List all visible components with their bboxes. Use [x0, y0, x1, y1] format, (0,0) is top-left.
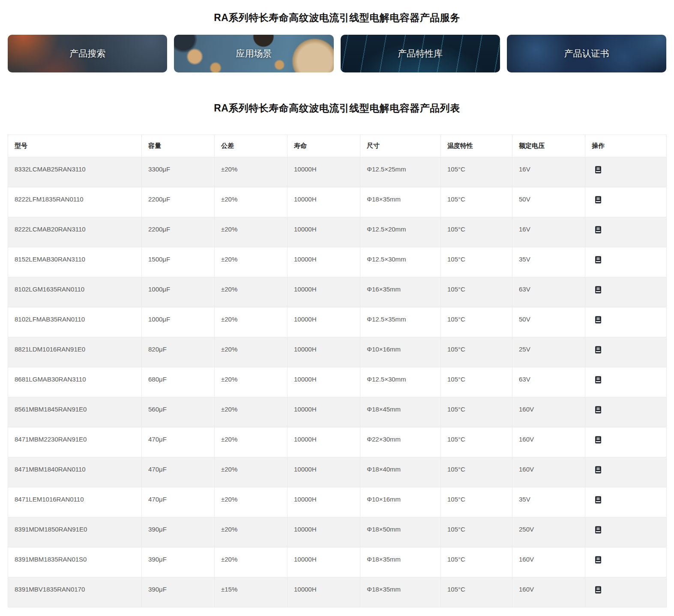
- cell-tolerance: ±20%: [215, 187, 288, 217]
- view-doc-button[interactable]: [594, 406, 602, 414]
- cell-lifetime: 10000H: [288, 397, 360, 427]
- cell-lifetime: 10000H: [288, 337, 360, 367]
- view-doc-button[interactable]: [594, 466, 602, 474]
- cell-tolerance: ±20%: [215, 457, 288, 487]
- cell-capacity: 2200μF: [142, 217, 215, 247]
- book-icon: [594, 225, 602, 234]
- table-row: 8102LGM1635RAN01101000μF±20%10000HΦ16×35…: [8, 277, 667, 307]
- cell-tolerance: ±20%: [215, 157, 288, 187]
- cell-temperature: 105°C: [441, 337, 512, 367]
- cell-tolerance: ±15%: [215, 577, 288, 607]
- banner-product-search-label: 产品搜索: [69, 48, 105, 60]
- table-row: 8152LEMAB30RAN31101500μF±20%10000HΦ12.5×…: [8, 247, 667, 277]
- banner-product-features-library[interactable]: 产品特性库: [341, 35, 500, 72]
- cell-capacity: 390μF: [142, 577, 215, 607]
- cell-capacity: 470μF: [142, 427, 215, 457]
- cell-lifetime: 10000H: [288, 517, 360, 547]
- cell-temperature: 105°C: [441, 187, 512, 217]
- cell-model: 8102LFMAB35RAN0110: [8, 307, 142, 337]
- cell-action: [585, 187, 667, 217]
- product-table: 型号容量公差寿命尺寸温度特性额定电压操作 8332LCMAB25RAN31103…: [8, 135, 667, 607]
- view-doc-button[interactable]: [594, 316, 602, 324]
- cell-lifetime: 10000H: [288, 217, 360, 247]
- table-row: 8391MBM1835RAN01S0390μF±20%10000HΦ18×35m…: [8, 547, 667, 577]
- cell-tolerance: ±20%: [215, 217, 288, 247]
- cell-size: Φ18×35mm: [360, 187, 441, 217]
- cell-tolerance: ±20%: [215, 517, 288, 547]
- cell-action: [585, 427, 667, 457]
- view-doc-button[interactable]: [594, 376, 602, 384]
- cell-capacity: 1500μF: [142, 247, 215, 277]
- page-container: RA系列特长寿命高纹波电流引线型电解电容器产品服务 产品搜索 应用场景 产品特性…: [0, 0, 674, 609]
- cell-temperature: 105°C: [441, 517, 512, 547]
- cell-capacity: 680μF: [142, 367, 215, 397]
- cell-temperature: 105°C: [441, 367, 512, 397]
- cell-tolerance: ±20%: [215, 427, 288, 457]
- cell-model: 8561MBM1845RAN91E0: [8, 397, 142, 427]
- cell-model: 8152LEMAB30RAN3110: [8, 247, 142, 277]
- cell-tolerance: ±20%: [215, 247, 288, 277]
- table-row: 8471MBM1840RAN0110470μF±20%10000HΦ18×40m…: [8, 457, 667, 487]
- table-row: 8391MDM1850RAN91E0390μF±20%10000HΦ18×50m…: [8, 517, 667, 547]
- cell-voltage: 35V: [512, 247, 585, 277]
- cell-lifetime: 10000H: [288, 307, 360, 337]
- cell-action: [585, 457, 667, 487]
- banner-application-scenarios[interactable]: 应用场景: [174, 35, 333, 72]
- cell-size: Φ16×35mm: [360, 277, 441, 307]
- cell-action: [585, 247, 667, 277]
- table-row: 8332LCMAB25RAN31103300μF±20%10000HΦ12.5×…: [8, 157, 667, 187]
- cell-size: Φ10×16mm: [360, 487, 441, 517]
- banner-product-certificates[interactable]: 产品认证书: [507, 35, 666, 72]
- view-doc-button[interactable]: [594, 285, 602, 294]
- cell-capacity: 2200μF: [142, 187, 215, 217]
- book-icon: [594, 346, 602, 354]
- table-row: 8471MBM2230RAN91E0470μF±20%10000HΦ22×30m…: [8, 427, 667, 457]
- cell-lifetime: 10000H: [288, 187, 360, 217]
- cell-lifetime: 10000H: [288, 367, 360, 397]
- cell-size: Φ22×30mm: [360, 427, 441, 457]
- column-header-temperature: 温度特性: [441, 135, 512, 157]
- view-doc-button[interactable]: [594, 195, 602, 204]
- book-icon: [594, 165, 602, 174]
- cell-temperature: 105°C: [441, 247, 512, 277]
- cell-action: [585, 397, 667, 427]
- view-doc-button[interactable]: [594, 165, 602, 174]
- view-doc-button[interactable]: [594, 586, 602, 594]
- view-doc-button[interactable]: [594, 225, 602, 234]
- book-icon: [594, 496, 602, 504]
- cell-action: [585, 577, 667, 607]
- banner-row: 产品搜索 应用场景 产品特性库 产品认证书: [8, 35, 666, 72]
- view-doc-button[interactable]: [594, 255, 602, 264]
- banner-product-features-library-label: 产品特性库: [398, 48, 443, 60]
- cell-action: [585, 517, 667, 547]
- table-row: 8471LEM1016RAN0110470μF±20%10000HΦ10×16m…: [8, 487, 667, 517]
- cell-model: 8391MBV1835RAN0170: [8, 577, 142, 607]
- cell-lifetime: 10000H: [288, 247, 360, 277]
- cell-model: 8821LDM1016RAN91E0: [8, 337, 142, 367]
- column-header-size: 尺寸: [360, 135, 441, 157]
- view-doc-button[interactable]: [594, 526, 602, 534]
- banner-product-search[interactable]: 产品搜索: [8, 35, 167, 72]
- table-row: 8222LFM1835RAN01102200μF±20%10000HΦ18×35…: [8, 187, 667, 217]
- cell-capacity: 470μF: [142, 457, 215, 487]
- view-doc-button[interactable]: [594, 436, 602, 444]
- cell-size: Φ12.5×25mm: [360, 157, 441, 187]
- book-icon: [594, 316, 602, 324]
- cell-temperature: 105°C: [441, 487, 512, 517]
- column-header-tolerance: 公差: [215, 135, 288, 157]
- cell-capacity: 390μF: [142, 547, 215, 577]
- view-doc-button[interactable]: [594, 496, 602, 504]
- cell-action: [585, 547, 667, 577]
- view-doc-button[interactable]: [594, 556, 602, 564]
- cell-temperature: 105°C: [441, 217, 512, 247]
- cell-voltage: 35V: [512, 487, 585, 517]
- cell-capacity: 560μF: [142, 397, 215, 427]
- cell-temperature: 105°C: [441, 157, 512, 187]
- book-icon: [594, 406, 602, 414]
- cell-model: 8391MDM1850RAN91E0: [8, 517, 142, 547]
- cell-size: Φ18×45mm: [360, 397, 441, 427]
- view-doc-button[interactable]: [594, 346, 602, 354]
- cell-tolerance: ±20%: [215, 487, 288, 517]
- cell-model: 8471MBM2230RAN91E0: [8, 427, 142, 457]
- table-row: 8102LFMAB35RAN01101000μF±20%10000HΦ12.5×…: [8, 307, 667, 337]
